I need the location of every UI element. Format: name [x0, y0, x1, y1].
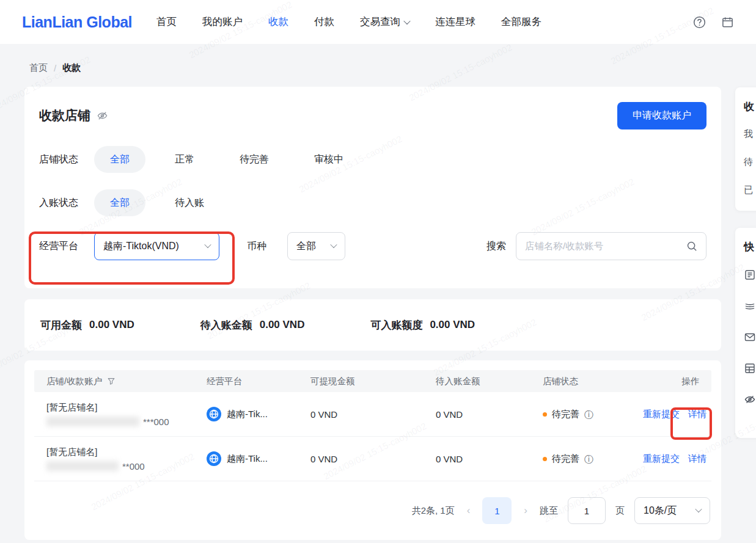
jump-page-input[interactable] — [568, 497, 606, 524]
chevron-down-icon — [695, 505, 702, 512]
shop-status-filter-row: 店铺状态 全部 正常 待完善 审核中 — [39, 146, 706, 173]
masked-account-line: **000 — [46, 461, 145, 472]
jump-label: 跳至 — [540, 505, 558, 517]
nav-item-pay[interactable]: 付款 — [314, 15, 334, 29]
actions-cell: 重新提交 详情 — [634, 409, 706, 420]
col-header-platform: 经营平台 — [207, 376, 310, 387]
status-text: 待完善 — [552, 409, 579, 420]
shop-name: [暂无店铺名] — [46, 402, 97, 414]
calendar-icon[interactable] — [721, 15, 734, 29]
masked-account-suffix: **000 — [122, 461, 145, 472]
redacted-block — [46, 461, 119, 471]
col-header-shop-account: 店铺/收款账户 — [46, 376, 207, 387]
table-row: [暂无店铺名] ***000 越南-Tik... 0 VND 0 VND 待完善… — [34, 392, 711, 437]
search-label: 搜索 — [486, 240, 506, 253]
withdrawable-cell: 0 VND — [310, 409, 436, 420]
main-nav: 首页 我的账户 收款 付款 交易查询 连连星球 全部服务 — [156, 15, 541, 29]
right-panel-item[interactable]: 我 — [744, 128, 756, 140]
entry-status-label: 入账状态 — [39, 197, 94, 210]
col-header-withdrawable: 可提现金额 — [310, 376, 436, 387]
resubmit-link[interactable]: 重新提交 — [643, 409, 680, 420]
navbar-right-icons — [692, 15, 734, 29]
pagination: 共2条, 1页 ‹ 1 › 跳至 页 10条/页 — [34, 497, 711, 524]
resubmit-link[interactable]: 重新提交 — [643, 453, 680, 465]
breadcrumb-home[interactable]: 首页 — [29, 62, 48, 74]
platform-select-value: 越南-Tiktok(VND) — [103, 240, 179, 253]
nav-item-receive[interactable]: 收款 — [268, 15, 288, 29]
right-panel-item[interactable]: 待 — [744, 156, 756, 168]
eye-off-icon[interactable] — [97, 110, 108, 122]
currency-label: 币种 — [247, 240, 287, 253]
nav-item-home[interactable]: 首页 — [156, 15, 177, 29]
summary-available: 可用金额 0.00 VND — [40, 318, 134, 332]
shop-status-option-incomplete[interactable]: 待完善 — [224, 146, 285, 173]
eye-off-icon[interactable] — [744, 393, 756, 406]
platform-name: 越南-Tik... — [227, 453, 268, 465]
entry-status-option-pending[interactable]: 待入账 — [159, 189, 220, 216]
shop-account-cell: [暂无店铺名] ***000 — [46, 402, 207, 427]
shop-status-option-all[interactable]: 全部 — [94, 146, 145, 173]
search-input[interactable] — [525, 241, 686, 252]
shop-name: [暂无店铺名] — [46, 446, 97, 458]
summary-entry-limit-label: 可入账额度 — [370, 318, 422, 332]
page-title: 收款店铺 — [39, 107, 90, 124]
page-size-select[interactable]: 10条/页 — [634, 497, 710, 524]
currency-select-value: 全部 — [296, 240, 316, 253]
platform-select[interactable]: 越南-Tiktok(VND) — [94, 232, 219, 260]
mail-icon[interactable] — [744, 331, 756, 343]
currency-select[interactable]: 全部 — [287, 232, 345, 260]
masked-account-suffix: ***000 — [143, 417, 169, 427]
page-button-1[interactable]: 1 — [482, 497, 512, 524]
info-icon[interactable]: ⓘ — [584, 410, 593, 419]
lianlian-global-logo[interactable]: LianLian Global — [22, 13, 132, 31]
nav-item-my-account[interactable]: 我的账户 — [202, 15, 243, 29]
receiving-shops-card: 收款店铺 申请收款账户 店铺状态 全部 正常 待完善 审核中 入账状态 全部 待… — [24, 87, 721, 288]
summary-entry-limit: 可入账额度 0.00 VND — [370, 318, 475, 332]
help-icon[interactable] — [692, 15, 706, 29]
nav-item-lianlian-planet[interactable]: 连连星球 — [435, 15, 475, 29]
shops-table-card: 店铺/收款账户 经营平台 可提现金额 待入账金额 店铺状态 操作 [暂无店铺名]… — [24, 360, 721, 540]
summary-entry-limit-value: 0.00 VND — [430, 319, 475, 331]
col-header-status: 店铺状态 — [543, 376, 634, 387]
actions-cell: 重新提交 详情 — [634, 453, 706, 465]
redacted-block — [46, 417, 139, 426]
col-header-shop-account-label: 店铺/收款账户 — [46, 376, 102, 387]
page-unit-label: 页 — [615, 505, 625, 517]
apply-receiving-account-button[interactable]: 申请收款账户 — [617, 102, 706, 129]
amount-summary-card: 可用金额 0.00 VND 待入账金额 0.00 VND 可入账额度 0.00 … — [24, 299, 721, 351]
globe-icon — [207, 451, 221, 466]
right-panel-shortcuts: 快 — [735, 228, 756, 438]
status-cell: 待完善 ⓘ — [543, 409, 634, 420]
filter-funnel-icon[interactable] — [107, 377, 116, 385]
detail-link[interactable]: 详情 — [688, 409, 706, 420]
withdrawable-cell: 0 VND — [310, 454, 436, 464]
globe-icon — [207, 407, 221, 421]
detail-link[interactable]: 详情 — [688, 453, 706, 465]
entry-status-option-all[interactable]: 全部 — [94, 189, 145, 216]
nav-item-transaction-query-label: 交易查询 — [360, 15, 400, 29]
chevron-down-icon — [330, 241, 337, 247]
prev-page-icon[interactable]: ‹ — [464, 505, 473, 517]
table-icon[interactable] — [744, 362, 756, 374]
next-page-icon[interactable]: › — [521, 505, 530, 517]
book-icon[interactable] — [744, 269, 756, 281]
nav-item-transaction-query[interactable]: 交易查询 — [360, 15, 409, 29]
right-panel-item[interactable]: 已 — [744, 184, 756, 196]
pagination-total: 共2条, 1页 — [412, 505, 455, 517]
chevron-down-icon — [403, 18, 410, 24]
platform-label: 经营平台 — [39, 240, 94, 253]
table-header-row: 店铺/收款账户 经营平台 可提现金额 待入账金额 店铺状态 操作 — [34, 370, 711, 392]
breadcrumb: 首页 / 收款 — [29, 62, 81, 74]
shop-status-option-normal[interactable]: 正常 — [159, 146, 210, 173]
chevron-down-icon — [204, 241, 211, 247]
right-panel-accounts-title: 收 — [744, 100, 756, 114]
info-icon[interactable]: ⓘ — [584, 454, 593, 464]
layers-icon[interactable] — [744, 300, 756, 312]
nav-item-all-services[interactable]: 全部服务 — [501, 15, 541, 29]
page-size-value: 10条/页 — [644, 505, 677, 517]
search-group: 搜索 — [486, 232, 706, 260]
breadcrumb-separator: / — [54, 63, 56, 73]
breadcrumb-current: 收款 — [62, 62, 81, 74]
shop-status-option-reviewing[interactable]: 审核中 — [298, 146, 359, 173]
search-icon[interactable] — [686, 241, 697, 252]
